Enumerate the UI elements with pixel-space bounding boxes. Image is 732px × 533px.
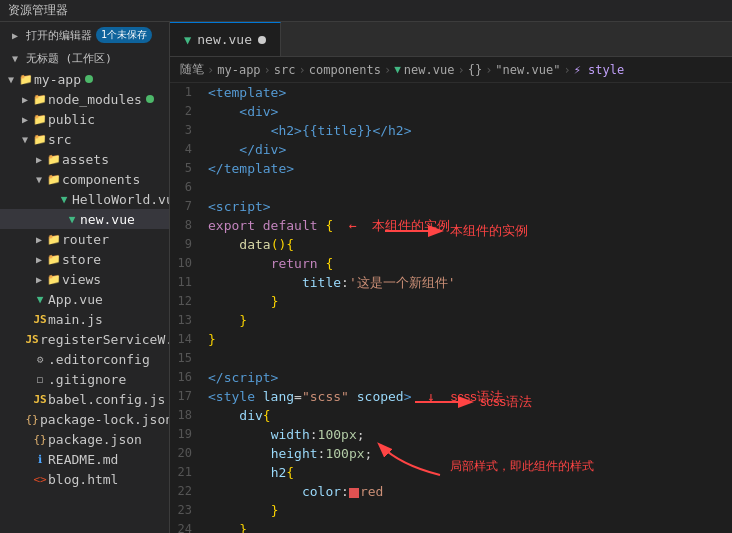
sidebar-item-label: blog.html: [48, 472, 118, 487]
line-content: height:100px;: [208, 444, 732, 463]
chevron-icon: ▼: [18, 134, 32, 145]
folder-icon: 📁: [32, 131, 48, 147]
line-content: <h2>{{title}}</h2>: [208, 121, 732, 140]
code-line: 18 div{: [170, 406, 732, 425]
line-content: div{: [208, 406, 732, 425]
sidebar-item-label: main.js: [48, 312, 103, 327]
open-editors-label: 打开的编辑器: [26, 28, 92, 43]
sep1: ›: [207, 63, 214, 77]
chevron-icon: ▶: [32, 234, 46, 245]
line-number: 18: [170, 406, 208, 425]
line-content: }: [208, 501, 732, 520]
sidebar-item-my-app[interactable]: ▼ 📁 my-app: [0, 69, 169, 89]
sidebar-item-public[interactable]: ▶ 📁 public: [0, 109, 169, 129]
sidebar-item-node-modules[interactable]: ▶ 📁 node_modules: [0, 89, 169, 109]
crumb-my-app: my-app: [217, 63, 260, 77]
sep2: ›: [264, 63, 271, 77]
line-content: <script>: [208, 197, 732, 216]
line-number: 20: [170, 444, 208, 463]
code-line: 21 h2{: [170, 463, 732, 482]
tab-vue-icon: ▼: [184, 33, 191, 47]
chevron-icon: ▼: [4, 74, 18, 85]
line-content: return {: [208, 254, 732, 273]
sidebar-item-editorconfig[interactable]: ▶ ⚙ .editorconfig: [0, 349, 169, 369]
code-lines: 1<template>2 <div>3 <h2>{{title}}</h2>4 …: [170, 83, 732, 533]
sidebar-item-label: store: [62, 252, 101, 267]
code-line: 11 title:'这是一个新组件': [170, 273, 732, 292]
sidebar-item-label: package-lock.json: [40, 412, 170, 427]
folder-icon: 📁: [46, 171, 62, 187]
line-number: 19: [170, 425, 208, 444]
tab-bar: ▼ new.vue: [170, 22, 732, 57]
sidebar-item-main-js[interactable]: ▶ JS main.js: [0, 309, 169, 329]
sidebar-item-gitignore[interactable]: ▶ ◻ .gitignore: [0, 369, 169, 389]
line-number: 13: [170, 311, 208, 330]
chevron-icon: ▶: [18, 94, 32, 105]
line-number: 11: [170, 273, 208, 292]
sidebar-item-register-service[interactable]: ▶ JS registerServiceW...: [0, 329, 169, 349]
sidebar-item-app-vue[interactable]: ▶ ▼ App.vue: [0, 289, 169, 309]
sidebar-item-label: node_modules: [48, 92, 142, 107]
js-file-icon: JS: [32, 391, 48, 407]
workspace-label: 无标题 (工作区): [26, 51, 112, 66]
html-file-icon: <>: [32, 471, 48, 487]
sep6: ›: [485, 63, 492, 77]
line-content: <div>: [208, 102, 732, 121]
chevron-icon: ▶: [32, 254, 46, 265]
sidebar-item-label: public: [48, 112, 95, 127]
sidebar: ▶ 打开的编辑器 1个未保存 ▼ 无标题 (工作区) ▼ 📁 my-app ▶ …: [0, 22, 170, 533]
sidebar-item-src[interactable]: ▼ 📁 src: [0, 129, 169, 149]
sidebar-item-new-vue[interactable]: ▶ ▼ new.vue: [0, 209, 169, 229]
sidebar-item-readme[interactable]: ▶ ℹ README.md: [0, 449, 169, 469]
line-number: 24: [170, 520, 208, 533]
line-content: </script>: [208, 368, 732, 387]
json-file-icon: {}: [32, 431, 48, 447]
open-editors-title[interactable]: ▶ 打开的编辑器 1个未保存: [0, 24, 169, 46]
code-line: 5</template>: [170, 159, 732, 178]
line-number: 7: [170, 197, 208, 216]
sidebar-item-assets[interactable]: ▶ 📁 assets: [0, 149, 169, 169]
code-line: 23 }: [170, 501, 732, 520]
tab-new-vue[interactable]: ▼ new.vue: [170, 22, 281, 56]
line-content: export default { ← 本组件的实例: [208, 216, 732, 235]
sidebar-item-package-json[interactable]: ▶ {} package.json: [0, 429, 169, 449]
code-area[interactable]: 1<template>2 <div>3 <h2>{{title}}</h2>4 …: [170, 83, 732, 533]
sidebar-item-label: App.vue: [48, 292, 103, 307]
line-number: 12: [170, 292, 208, 311]
sidebar-item-views[interactable]: ▶ 📁 views: [0, 269, 169, 289]
sidebar-item-label: router: [62, 232, 109, 247]
sidebar-item-label: .editorconfig: [48, 352, 150, 367]
sidebar-item-label: package.json: [48, 432, 142, 447]
status-dot: [146, 95, 154, 103]
line-content: </div>: [208, 140, 732, 159]
chevron-icon: ▶: [32, 274, 46, 285]
workspace-chevron: ▼: [8, 53, 22, 64]
title-text: 资源管理器: [8, 2, 68, 19]
sidebar-item-blog-html[interactable]: ▶ <> blog.html: [0, 469, 169, 489]
line-content: width:100px;: [208, 425, 732, 444]
sidebar-item-label: assets: [62, 152, 109, 167]
crumb-quoted: "new.vue": [495, 63, 560, 77]
unsaved-dot: [258, 36, 266, 44]
code-line: 12 }: [170, 292, 732, 311]
line-content: <template>: [208, 83, 732, 102]
line-number: 14: [170, 330, 208, 349]
sidebar-item-label: README.md: [48, 452, 118, 467]
folder-icon: 📁: [32, 91, 48, 107]
sidebar-item-router[interactable]: ▶ 📁 router: [0, 229, 169, 249]
code-line: 7<script>: [170, 197, 732, 216]
crumb-components: components: [309, 63, 381, 77]
line-number: 4: [170, 140, 208, 159]
workspace-title[interactable]: ▼ 无标题 (工作区): [0, 48, 169, 69]
sidebar-item-babel[interactable]: ▶ JS babel.config.js: [0, 389, 169, 409]
sidebar-item-components[interactable]: ▼ 📁 components: [0, 169, 169, 189]
readme-file-icon: ℹ: [32, 451, 48, 467]
sidebar-item-store[interactable]: ▶ 📁 store: [0, 249, 169, 269]
sep7: ›: [563, 63, 570, 77]
title-bar: 资源管理器: [0, 0, 732, 22]
line-content: <style lang="scss" scoped> ↓ scss语法: [208, 387, 732, 406]
folder-icon: 📁: [46, 271, 62, 287]
sidebar-item-package-lock[interactable]: ▶ {} package-lock.json: [0, 409, 169, 429]
sidebar-item-helloworld[interactable]: ▶ ▼ HelloWorld.vue: [0, 189, 169, 209]
code-line: 13 }: [170, 311, 732, 330]
